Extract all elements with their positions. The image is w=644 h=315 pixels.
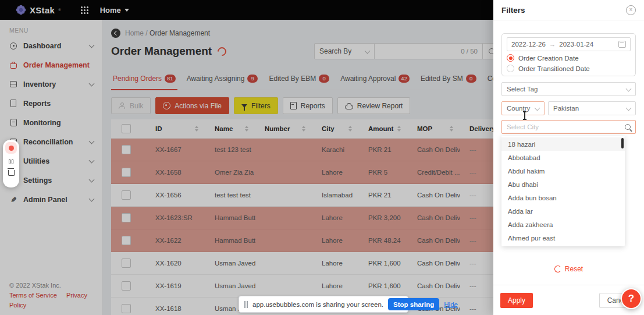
radio-unselected-icon — [507, 65, 514, 72]
hide-link[interactable]: Hide — [444, 301, 458, 308]
text-cursor — [524, 112, 525, 119]
calendar-icon — [618, 41, 626, 48]
city-option-ahmed-pur-east[interactable]: Ahmed pur east — [501, 231, 625, 245]
recording-widget — [3, 140, 19, 187]
select-tag-dropdown[interactable]: Select Tag — [501, 82, 636, 96]
screen-share-bar: app.usebubbles.com is sharing your scree… — [239, 296, 408, 313]
drag-handle-icon[interactable] — [244, 301, 245, 308]
city-options-list: 18 hazariAbbotabadAbdul hakimAbu dhabiAd… — [501, 136, 625, 246]
pause-icon[interactable] — [9, 159, 13, 164]
city-placeholder: Select City — [507, 123, 539, 130]
search-icon — [625, 124, 631, 130]
radio-order-creation-date[interactable]: Order Creation Date — [507, 54, 631, 62]
apply-button[interactable]: Apply — [500, 293, 533, 308]
radio-order-transitioned-date[interactable]: Order Transitioned Date — [507, 65, 631, 72]
reset-icon — [554, 266, 561, 272]
city-option-adda-lar[interactable]: Adda lar — [501, 204, 625, 218]
country-value-dropdown[interactable]: Pakistan — [548, 101, 636, 115]
record-button[interactable] — [5, 142, 17, 154]
stop-sharing-button[interactable]: Stop sharing — [388, 298, 439, 310]
drawer-title: Filters — [501, 6, 525, 15]
date-filter-group: 2022-12-26 → 2023-01-24 Order Creation D… — [501, 33, 636, 76]
city-search-input[interactable]: Select City — [501, 120, 636, 134]
city-option-adda-zakheera[interactable]: Adda zakheera — [501, 218, 625, 231]
close-icon[interactable]: × — [626, 5, 636, 15]
city-option-adda-bun-bosan[interactable]: Adda bun bosan — [501, 191, 625, 204]
scrollbar-thumb[interactable] — [621, 138, 624, 148]
filters-drawer: Filters × 2022-12-26 → 2023-01-24 Order … — [493, 0, 644, 315]
country-dropdown[interactable]: Country — [501, 101, 545, 115]
chevron-down-icon — [535, 105, 540, 111]
date-start: 2022-12-26 — [511, 41, 546, 48]
record-dot-icon — [9, 146, 14, 151]
app-window: XStak ® Home MENU DashboardOrder Managem… — [0, 0, 644, 315]
reset-filters[interactable]: Reset — [493, 265, 644, 273]
arrow-right-icon: → — [549, 41, 556, 48]
trash-icon[interactable] — [8, 170, 15, 176]
city-option-18-hazari[interactable]: 18 hazari — [501, 137, 625, 151]
help-button[interactable]: ? — [621, 288, 642, 309]
city-option-abdul-hakim[interactable]: Abdul hakim — [501, 164, 625, 178]
share-message: app.usebubbles.com is sharing your scree… — [252, 301, 383, 308]
chevron-down-icon — [626, 105, 632, 111]
date-end: 2023-01-24 — [559, 41, 593, 48]
radio-selected-icon — [507, 54, 514, 62]
chevron-down-icon — [626, 86, 632, 91]
city-option-abu-dhabi[interactable]: Abu dhabi — [501, 178, 625, 191]
city-option-abbotabad[interactable]: Abbotabad — [501, 151, 625, 164]
date-range-picker[interactable]: 2022-12-26 → 2023-01-24 — [507, 37, 631, 51]
